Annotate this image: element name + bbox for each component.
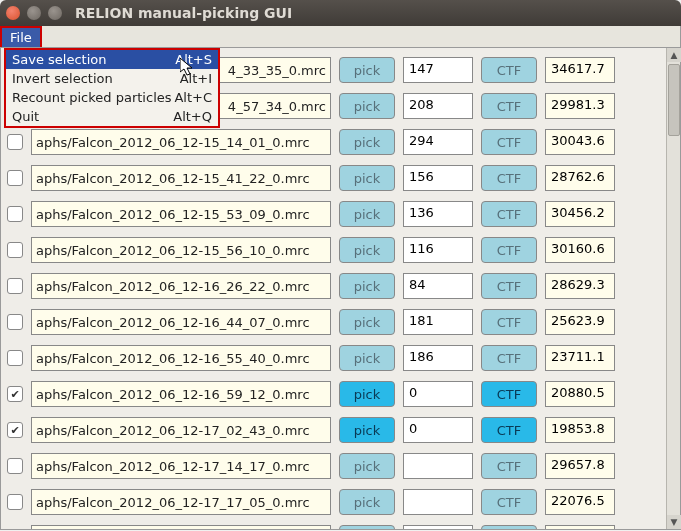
window-minimize-icon[interactable] [27,6,41,20]
pick-button[interactable]: pick [339,93,395,119]
row-checkbox[interactable] [7,422,23,438]
ctf-button[interactable]: CTF [481,273,537,299]
ctf-button[interactable]: CTF [481,57,537,83]
ctf-button[interactable]: CTF [481,201,537,227]
scrollbar-thumb[interactable] [668,64,680,136]
menubar: File [1,26,680,48]
filename-text: aphs/Falcon_2012_06_12-17_17_05_0.mrc [36,495,310,510]
particle-count-field[interactable]: 147 [403,57,473,83]
ctf-button[interactable]: CTF [481,417,537,443]
row-checkbox[interactable] [7,350,23,366]
pick-button[interactable]: pick [339,525,395,529]
ctf-value-field[interactable]: 30456.2 [545,201,615,227]
row-checkbox[interactable] [7,386,23,402]
particle-count-field[interactable]: 181 [403,309,473,335]
filename-field[interactable]: aphs/Falcon_2012_06_12-16_44_07_0.mrc [31,309,331,335]
row-checkbox[interactable] [7,278,23,294]
menu-item-label: Recount picked particles [12,90,172,105]
pick-button[interactable]: pick [339,273,395,299]
ctf-value-field[interactable]: 25623.9 [545,309,615,335]
row-checkbox[interactable] [7,206,23,222]
window-maximize-icon[interactable] [48,6,62,20]
window-close-icon[interactable] [6,6,20,20]
filename-text: aphs/Falcon_2012_06_12-16_26_22_0.mrc [36,279,310,294]
filename-text: aphs/Falcon_2012_06_12-15_41_22_0.mrc [36,171,310,186]
menu-item-label: Save selection [12,52,106,67]
particle-count-field[interactable]: 208 [403,93,473,119]
ctf-button[interactable]: CTF [481,525,537,529]
file-menu-item[interactable]: Recount picked particlesAlt+C [6,88,218,107]
particle-count-field[interactable]: 156 [403,165,473,191]
ctf-button[interactable]: CTF [481,381,537,407]
particle-count-field[interactable]: 136 [403,201,473,227]
particle-count-field[interactable]: 116 [403,237,473,263]
row-checkbox[interactable] [7,134,23,150]
filename-text: aphs/Falcon_2012_06_12-17_02_43_0.mrc [36,423,310,438]
row-checkbox[interactable] [7,170,23,186]
row-checkbox[interactable] [7,314,23,330]
ctf-value-field[interactable]: 29981.3 [545,93,615,119]
filename-field[interactable]: aphs/Falcon_2012_06_12-15_14_01_0.mrc [31,129,331,155]
scroll-down-icon[interactable]: ▼ [667,515,681,529]
ctf-value-field[interactable]: 28762.6 [545,165,615,191]
menu-file[interactable]: File [0,26,42,47]
pick-button[interactable]: pick [339,129,395,155]
ctf-button[interactable]: CTF [481,489,537,515]
row-checkbox[interactable] [7,458,23,474]
ctf-value-field[interactable]: 23711.1 [545,345,615,371]
file-menu-item[interactable]: Save selectionAlt+S [6,50,218,69]
pick-button[interactable]: pick [339,57,395,83]
particle-count-field[interactable]: 294 [403,129,473,155]
filename-field[interactable]: aphs/Falcon_2012_06_12-15_53_09_0.mrc [31,201,331,227]
particle-count-field[interactable]: 0 [403,381,473,407]
particle-count-field[interactable] [403,489,473,515]
pick-button[interactable]: pick [339,201,395,227]
filename-field[interactable]: aphs/Falcon_2012_06_12-15_41_22_0.mrc [31,165,331,191]
particle-count-field[interactable] [403,525,473,529]
ctf-value-field[interactable]: 20880.5 [545,381,615,407]
ctf-value-field[interactable]: 30043.6 [545,129,615,155]
filename-field[interactable]: aphs/Falcon_2012_06_12-17_17_05_0.mrc [31,489,331,515]
ctf-value-field[interactable]: 22076.5 [545,489,615,515]
ctf-button[interactable]: CTF [481,309,537,335]
ctf-button[interactable]: CTF [481,237,537,263]
ctf-button[interactable]: CTF [481,345,537,371]
particle-count-field[interactable]: 186 [403,345,473,371]
pick-button[interactable]: pick [339,453,395,479]
pick-button[interactable]: pick [339,417,395,443]
file-menu-item[interactable]: QuitAlt+Q [6,107,218,126]
file-menu-item[interactable]: Invert selectionAlt+I [6,69,218,88]
scroll-up-icon[interactable]: ▲ [667,48,681,62]
ctf-button[interactable]: CTF [481,93,537,119]
pick-button[interactable]: pick [339,165,395,191]
ctf-button[interactable]: CTF [481,165,537,191]
filename-field[interactable]: aphs/Falcon_2012_06_12-17_02_43_0.mrc [31,417,331,443]
ctf-value-field[interactable]: 28629.3 [545,273,615,299]
filename-field[interactable]: aphs/Falcon_2012_06_12-17_23_32_0.mrc [31,525,331,529]
pick-button[interactable]: pick [339,489,395,515]
ctf-value-field[interactable]: 30160.6 [545,237,615,263]
filename-field[interactable]: aphs/Falcon_2012_06_12-16_55_40_0.mrc [31,345,331,371]
pick-button[interactable]: pick [339,309,395,335]
ctf-button[interactable]: CTF [481,129,537,155]
pick-button[interactable]: pick [339,237,395,263]
ctf-value-field[interactable]: 19853.8 [545,417,615,443]
row-checkbox[interactable] [7,242,23,258]
ctf-button[interactable]: CTF [481,453,537,479]
pick-button[interactable]: pick [339,345,395,371]
pick-button[interactable]: pick [339,381,395,407]
ctf-value-field[interactable]: 29657.8 [545,453,615,479]
row-checkbox[interactable] [7,494,23,510]
filename-field[interactable]: aphs/Falcon_2012_06_12-16_59_12_0.mrc [31,381,331,407]
particle-count-field[interactable] [403,453,473,479]
vertical-scrollbar[interactable]: ▲ ▼ [666,48,680,529]
particle-count-field[interactable]: 84 [403,273,473,299]
table-row: aphs/Falcon_2012_06_12-15_41_22_0.mrcpic… [1,160,666,196]
filename-field[interactable]: aphs/Falcon_2012_06_12-17_14_17_0.mrc [31,453,331,479]
filename-field[interactable]: aphs/Falcon_2012_06_12-16_26_22_0.mrc [31,273,331,299]
particle-count-field[interactable]: 0 [403,417,473,443]
filename-field[interactable]: aphs/Falcon_2012_06_12-15_56_10_0.mrc [31,237,331,263]
filename-text: aphs/Falcon_2012_06_12-16_44_07_0.mrc [36,315,310,330]
ctf-value-field[interactable]: 34617.7 [545,57,615,83]
ctf-value-field[interactable]: 23243 [545,525,615,529]
